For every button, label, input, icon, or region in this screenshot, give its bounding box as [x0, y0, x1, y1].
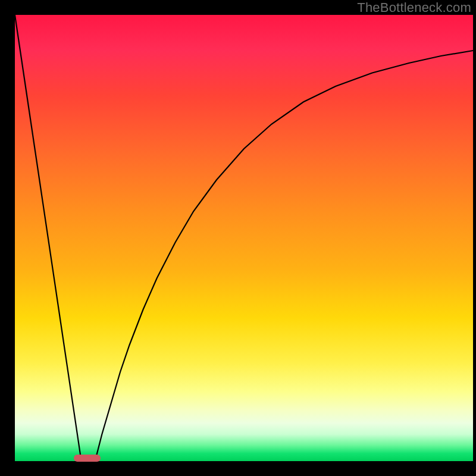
plot-svg [15, 15, 473, 461]
bottleneck-marker [74, 455, 101, 462]
right-curve [95, 51, 473, 461]
left-line [15, 15, 82, 461]
chart-frame: TheBottleneck.com [0, 0, 476, 476]
watermark-text: TheBottleneck.com [357, 0, 471, 15]
plot-area [15, 15, 473, 461]
